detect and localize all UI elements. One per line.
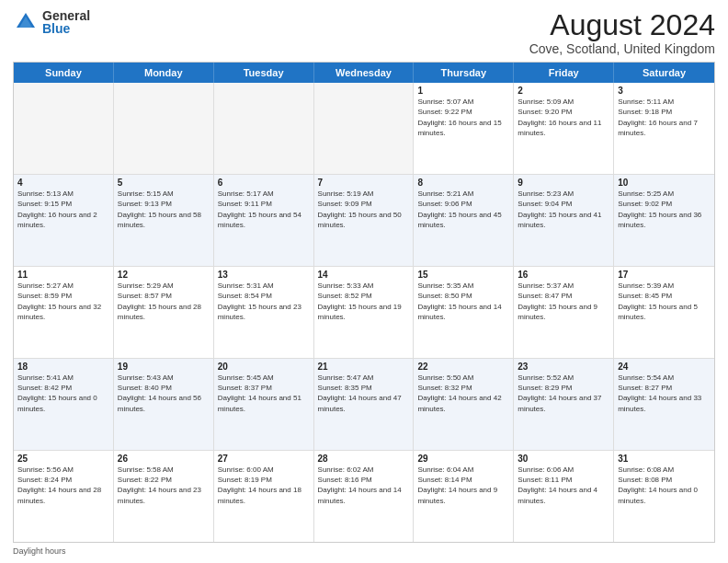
- footer: Daylight hours: [13, 546, 715, 556]
- calendar-week-2: 4Sunrise: 5:13 AMSunset: 9:15 PMDaylight…: [14, 175, 714, 267]
- cell-info: Sunrise: 5:37 AMSunset: 8:47 PMDaylight:…: [518, 281, 609, 322]
- calendar-cell-2: 2Sunrise: 5:09 AMSunset: 9:20 PMDaylight…: [514, 83, 614, 174]
- cell-info: Sunrise: 5:19 AMSunset: 9:09 PMDaylight:…: [318, 189, 410, 230]
- calendar-cell-30: 30Sunrise: 6:06 AMSunset: 8:11 PMDayligh…: [514, 451, 614, 542]
- header-day-monday: Monday: [114, 63, 214, 83]
- calendar-header: SundayMondayTuesdayWednesdayThursdayFrid…: [14, 63, 714, 83]
- calendar-cell-17: 17Sunrise: 5:39 AMSunset: 8:45 PMDayligh…: [614, 267, 714, 358]
- cell-info: Sunrise: 6:02 AMSunset: 8:16 PMDaylight:…: [318, 465, 410, 506]
- calendar-cell-25: 25Sunrise: 5:56 AMSunset: 8:24 PMDayligh…: [14, 451, 114, 542]
- day-number: 31: [618, 454, 711, 464]
- cell-info: Sunrise: 5:09 AMSunset: 9:20 PMDaylight:…: [518, 97, 609, 138]
- calendar-cell-18: 18Sunrise: 5:41 AMSunset: 8:42 PMDayligh…: [14, 359, 114, 450]
- day-number: 14: [318, 270, 410, 280]
- calendar-cell-21: 21Sunrise: 5:47 AMSunset: 8:35 PMDayligh…: [314, 359, 415, 450]
- day-number: 22: [417, 362, 509, 372]
- calendar: SundayMondayTuesdayWednesdayThursdayFrid…: [13, 62, 715, 543]
- calendar-cell-26: 26Sunrise: 5:58 AMSunset: 8:22 PMDayligh…: [114, 451, 214, 542]
- day-number: 10: [618, 178, 711, 188]
- title-block: August 2024 Cove, Scotland, United Kingd…: [529, 9, 715, 56]
- header-day-wednesday: Wednesday: [314, 63, 415, 83]
- day-number: 1: [417, 86, 509, 96]
- header-day-saturday: Saturday: [614, 63, 714, 83]
- cell-info: Sunrise: 5:15 AMSunset: 9:13 PMDaylight:…: [118, 189, 210, 230]
- cell-info: Sunrise: 6:04 AMSunset: 8:14 PMDaylight:…: [417, 465, 509, 506]
- logo: General Blue: [13, 9, 90, 35]
- month-year: August 2024: [529, 9, 715, 41]
- day-number: 26: [118, 454, 210, 464]
- cell-info: Sunrise: 5:35 AMSunset: 8:50 PMDaylight:…: [417, 281, 509, 322]
- calendar-cell-27: 27Sunrise: 6:00 AMSunset: 8:19 PMDayligh…: [214, 451, 314, 542]
- day-number: 12: [118, 270, 210, 280]
- calendar-cell-20: 20Sunrise: 5:45 AMSunset: 8:37 PMDayligh…: [214, 359, 314, 450]
- cell-info: Sunrise: 5:45 AMSunset: 8:37 PMDaylight:…: [218, 373, 310, 414]
- calendar-cell-31: 31Sunrise: 6:08 AMSunset: 8:08 PMDayligh…: [614, 451, 714, 542]
- calendar-cell-empty: [114, 83, 214, 174]
- day-number: 23: [518, 362, 609, 372]
- calendar-cell-19: 19Sunrise: 5:43 AMSunset: 8:40 PMDayligh…: [114, 359, 214, 450]
- day-number: 8: [417, 178, 509, 188]
- cell-info: Sunrise: 6:06 AMSunset: 8:11 PMDaylight:…: [518, 465, 609, 506]
- cell-info: Sunrise: 5:21 AMSunset: 9:06 PMDaylight:…: [417, 189, 509, 230]
- day-number: 18: [17, 362, 109, 372]
- cell-info: Sunrise: 5:23 AMSunset: 9:04 PMDaylight:…: [518, 189, 609, 230]
- header-day-tuesday: Tuesday: [214, 63, 314, 83]
- cell-info: Sunrise: 5:54 AMSunset: 8:27 PMDaylight:…: [618, 373, 711, 414]
- cell-info: Sunrise: 5:33 AMSunset: 8:52 PMDaylight:…: [318, 281, 410, 322]
- calendar-cell-empty: [14, 83, 114, 174]
- header-day-thursday: Thursday: [414, 63, 514, 83]
- calendar-cell-9: 9Sunrise: 5:23 AMSunset: 9:04 PMDaylight…: [514, 175, 614, 266]
- cell-info: Sunrise: 6:08 AMSunset: 8:08 PMDaylight:…: [618, 465, 711, 506]
- day-number: 25: [17, 454, 109, 464]
- cell-info: Sunrise: 5:31 AMSunset: 8:54 PMDaylight:…: [218, 281, 310, 322]
- calendar-week-1: 1Sunrise: 5:07 AMSunset: 9:22 PMDaylight…: [14, 83, 714, 175]
- cell-info: Sunrise: 5:29 AMSunset: 8:57 PMDaylight:…: [118, 281, 210, 322]
- calendar-cell-1: 1Sunrise: 5:07 AMSunset: 9:22 PMDaylight…: [414, 83, 514, 174]
- location: Cove, Scotland, United Kingdom: [529, 41, 715, 56]
- day-number: 15: [417, 270, 509, 280]
- calendar-body: 1Sunrise: 5:07 AMSunset: 9:22 PMDaylight…: [14, 83, 714, 542]
- calendar-cell-empty: [214, 83, 314, 174]
- calendar-cell-4: 4Sunrise: 5:13 AMSunset: 9:15 PMDaylight…: [14, 175, 114, 266]
- day-number: 16: [518, 270, 609, 280]
- cell-info: Sunrise: 5:25 AMSunset: 9:02 PMDaylight:…: [618, 189, 711, 230]
- calendar-cell-12: 12Sunrise: 5:29 AMSunset: 8:57 PMDayligh…: [114, 267, 214, 358]
- logo-icon: [13, 9, 39, 35]
- calendar-cell-13: 13Sunrise: 5:31 AMSunset: 8:54 PMDayligh…: [214, 267, 314, 358]
- day-number: 19: [118, 362, 210, 372]
- calendar-cell-10: 10Sunrise: 5:25 AMSunset: 9:02 PMDayligh…: [614, 175, 714, 266]
- cell-info: Sunrise: 5:56 AMSunset: 8:24 PMDaylight:…: [17, 465, 109, 506]
- header: General Blue August 2024 Cove, Scotland,…: [13, 9, 715, 56]
- cell-info: Sunrise: 5:41 AMSunset: 8:42 PMDaylight:…: [17, 373, 109, 414]
- day-number: 28: [318, 454, 410, 464]
- day-number: 5: [118, 178, 210, 188]
- day-number: 4: [17, 178, 109, 188]
- logo-general: General: [42, 9, 90, 22]
- page: General Blue August 2024 Cove, Scotland,…: [0, 0, 728, 563]
- header-day-friday: Friday: [514, 63, 614, 83]
- cell-info: Sunrise: 5:27 AMSunset: 8:59 PMDaylight:…: [17, 281, 109, 322]
- calendar-week-5: 25Sunrise: 5:56 AMSunset: 8:24 PMDayligh…: [14, 451, 714, 542]
- calendar-cell-5: 5Sunrise: 5:15 AMSunset: 9:13 PMDaylight…: [114, 175, 214, 266]
- calendar-cell-8: 8Sunrise: 5:21 AMSunset: 9:06 PMDaylight…: [414, 175, 514, 266]
- cell-info: Sunrise: 5:39 AMSunset: 8:45 PMDaylight:…: [618, 281, 711, 322]
- calendar-cell-15: 15Sunrise: 5:35 AMSunset: 8:50 PMDayligh…: [414, 267, 514, 358]
- day-number: 27: [218, 454, 310, 464]
- calendar-cell-22: 22Sunrise: 5:50 AMSunset: 8:32 PMDayligh…: [414, 359, 514, 450]
- cell-info: Sunrise: 5:47 AMSunset: 8:35 PMDaylight:…: [318, 373, 410, 414]
- calendar-week-4: 18Sunrise: 5:41 AMSunset: 8:42 PMDayligh…: [14, 359, 714, 451]
- footer-label: Daylight hours: [13, 546, 66, 556]
- calendar-cell-16: 16Sunrise: 5:37 AMSunset: 8:47 PMDayligh…: [514, 267, 614, 358]
- cell-info: Sunrise: 5:52 AMSunset: 8:29 PMDaylight:…: [518, 373, 609, 414]
- calendar-cell-11: 11Sunrise: 5:27 AMSunset: 8:59 PMDayligh…: [14, 267, 114, 358]
- cell-info: Sunrise: 5:43 AMSunset: 8:40 PMDaylight:…: [118, 373, 210, 414]
- day-number: 9: [518, 178, 609, 188]
- cell-info: Sunrise: 6:00 AMSunset: 8:19 PMDaylight:…: [218, 465, 310, 506]
- day-number: 29: [417, 454, 509, 464]
- day-number: 24: [618, 362, 711, 372]
- day-number: 3: [618, 86, 711, 96]
- cell-info: Sunrise: 5:50 AMSunset: 8:32 PMDaylight:…: [417, 373, 509, 414]
- day-number: 30: [518, 454, 609, 464]
- calendar-cell-24: 24Sunrise: 5:54 AMSunset: 8:27 PMDayligh…: [614, 359, 714, 450]
- day-number: 13: [218, 270, 310, 280]
